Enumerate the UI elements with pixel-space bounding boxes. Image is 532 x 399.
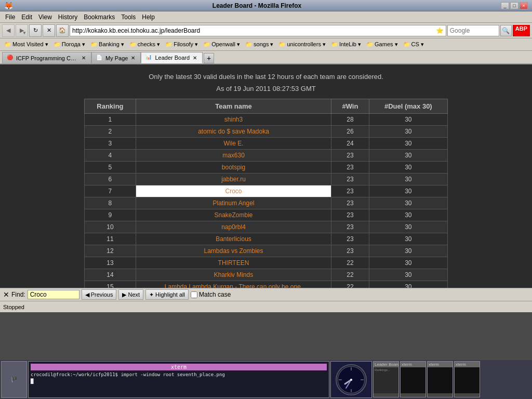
folder-icon: 📁 xyxy=(90,41,98,48)
adblock-button[interactable]: ABP xyxy=(513,25,530,36)
cell-rank: 1 xyxy=(85,114,136,126)
cell-wins: 22 xyxy=(331,269,369,281)
back-button[interactable]: ◀ xyxy=(2,24,15,37)
bookmark-openwall[interactable]: 📁 Openwall ▾ xyxy=(201,40,242,49)
cell-duels: 30 xyxy=(369,281,447,288)
cell-rank: 11 xyxy=(85,233,136,245)
page-notice: Only the latest 30 valid duels in the la… xyxy=(4,69,528,83)
tab-close-mypage[interactable]: ✕ xyxy=(130,55,136,61)
cell-team: Lambdas vs Zombies xyxy=(136,245,331,257)
table-row: 13THIRTEEN2230 xyxy=(85,257,448,269)
cell-wins: 23 xyxy=(331,174,369,185)
xterm-window[interactable]: xterm crocodil@frock:~/work/icfp2011$ im… xyxy=(28,361,329,398)
title-bar-left: 🦊 xyxy=(4,2,13,10)
stop-button[interactable]: ✕ xyxy=(43,24,55,37)
col-ranking: Ranking xyxy=(85,99,136,114)
prev-arrow-icon: ◀ xyxy=(85,291,89,298)
maximize-button[interactable]: □ xyxy=(510,2,518,9)
search-input[interactable] xyxy=(447,25,499,36)
tab-close-leaderboard[interactable]: ✕ xyxy=(192,55,198,61)
browser-content[interactable]: Only the latest 30 valid duels in the la… xyxy=(0,64,532,288)
bookmark-filosofy[interactable]: 📁 Filosofy ▾ xyxy=(163,40,200,49)
taskbar-item-flag[interactable]: 🏴 xyxy=(1,361,27,398)
menu-file[interactable]: File xyxy=(2,12,18,22)
find-label: Find: xyxy=(11,291,25,298)
cell-team: jabber.ru xyxy=(136,174,331,185)
cell-duels: 30 xyxy=(369,197,447,209)
tab-mypage[interactable]: 📄 My Page ✕ xyxy=(91,52,141,63)
tab-leaderboard[interactable]: 📊 Leader Board ✕ xyxy=(141,52,203,63)
bookmark-most-visited[interactable]: 📁 Most Visited ▾ xyxy=(2,40,50,49)
clock-face xyxy=(336,364,367,395)
tab-close-icfp[interactable]: ✕ xyxy=(81,55,87,61)
folder-icon: 📁 xyxy=(4,41,11,48)
cell-duels: 30 xyxy=(369,233,447,245)
reload-button[interactable]: ↻ xyxy=(29,24,42,37)
table-row: 15Lambda Lambda Kurgan - There can only … xyxy=(85,281,448,288)
cell-duels: 30 xyxy=(369,257,447,269)
find-next-button[interactable]: ▶ Next xyxy=(118,289,143,300)
cell-duels: 30 xyxy=(369,221,447,233)
table-row: 6jabber.ru2330 xyxy=(85,174,448,185)
thumb-content-xterm2 xyxy=(428,367,453,393)
url-input[interactable] xyxy=(72,27,436,34)
menu-tools[interactable]: Tools xyxy=(118,12,139,22)
cell-team: Banterlicious xyxy=(136,233,331,245)
bookmarks-bar: 📁 Most Visited ▾ 📁 Погода ▾ 📁 Banking ▾ … xyxy=(0,38,532,51)
thumb-leaderboard[interactable]: Leader Board Rankings... xyxy=(373,361,399,397)
find-close-button[interactable]: ✕ xyxy=(3,290,9,299)
matchcase-checkbox[interactable] xyxy=(191,291,197,298)
close-button[interactable]: × xyxy=(520,2,528,9)
search-button[interactable]: 🔍 xyxy=(500,25,512,36)
bookmark-games[interactable]: 📁 Games ▾ xyxy=(364,40,400,49)
nav-bar: ◀ ▶▼ ↻ ✕ 🏠 ⭐ 🔍 ABP xyxy=(0,23,532,38)
folder-icon: 📁 xyxy=(129,41,137,48)
cell-wins: 23 xyxy=(331,197,369,209)
table-row: 4max6302330 xyxy=(85,150,448,162)
menu-history[interactable]: History xyxy=(55,12,81,22)
thumb-xterm1[interactable]: xterm xyxy=(400,361,426,397)
thumb-content-xterm3 xyxy=(455,367,480,393)
table-row: 3Wile E.2430 xyxy=(85,138,448,150)
find-bar: ✕ Find: ◀ Previous ▶ Next ✦ Highlight al… xyxy=(0,288,532,301)
folder-icon: 📁 xyxy=(403,41,410,48)
url-star-icon[interactable]: ⭐ xyxy=(436,27,444,34)
bookmark-banking[interactable]: 📁 Banking ▾ xyxy=(88,40,126,49)
menu-view[interactable]: View xyxy=(35,12,55,22)
cell-duels: 30 xyxy=(369,209,447,221)
cell-wins: 24 xyxy=(331,138,369,150)
tab-favicon-leaderboard: 📊 xyxy=(145,54,153,61)
menu-edit[interactable]: Edit xyxy=(18,12,35,22)
new-tab-button[interactable]: + xyxy=(204,53,214,63)
bookmark-intelib[interactable]: 📁 InteLib ▾ xyxy=(329,40,363,49)
thumb-xterm3[interactable]: xterm xyxy=(454,361,480,397)
find-previous-button[interactable]: ◀ Previous xyxy=(82,289,117,300)
bookmark-checks[interactable]: 📁 checks ▾ xyxy=(127,40,162,49)
cell-duels: 30 xyxy=(369,245,447,257)
status-bar: Stopped xyxy=(0,301,532,312)
tab-icfp[interactable]: 🔴 ICFP Programming Contest 201... ✕ xyxy=(2,52,91,63)
col-duels: #Duel (max 30) xyxy=(369,99,447,114)
cell-duels: 30 xyxy=(369,174,447,185)
menu-help[interactable]: Help xyxy=(139,12,158,22)
matchcase-label: Match case xyxy=(199,291,231,298)
cell-rank: 2 xyxy=(85,126,136,138)
cell-wins: 23 xyxy=(331,233,369,245)
thumb-content-lb: Rankings... xyxy=(374,367,398,393)
thumb-xterm2[interactable]: xterm xyxy=(427,361,453,397)
bookmark-songs[interactable]: 📁 songs ▾ xyxy=(243,40,275,49)
minimize-button[interactable]: _ xyxy=(501,2,509,9)
home-button[interactable]: 🏠 xyxy=(56,24,69,37)
xterm-title: xterm xyxy=(31,364,327,370)
page-timestamp: As of 19 Jun 2011 08:27:53 GMT xyxy=(4,83,528,99)
find-input[interactable] xyxy=(28,290,79,299)
find-highlight-button[interactable]: ✦ Highlight all xyxy=(145,289,189,300)
bookmark-cs[interactable]: 📁 CS ▾ xyxy=(401,40,426,49)
menu-bookmarks[interactable]: Bookmarks xyxy=(81,12,118,22)
bookmark-unicontrollers[interactable]: 📁 unicontrollers ▾ xyxy=(276,40,327,49)
window-controls[interactable]: _ □ × xyxy=(501,2,528,9)
leaderboard-table: Ranking Team name #Win #Duel (max 30) 1s… xyxy=(84,99,448,288)
thumb-title-xterm2: xterm xyxy=(428,362,453,367)
forward-button[interactable]: ▶▼ xyxy=(16,24,28,37)
bookmark-pogoda[interactable]: 📁 Погода ▾ xyxy=(51,40,87,49)
